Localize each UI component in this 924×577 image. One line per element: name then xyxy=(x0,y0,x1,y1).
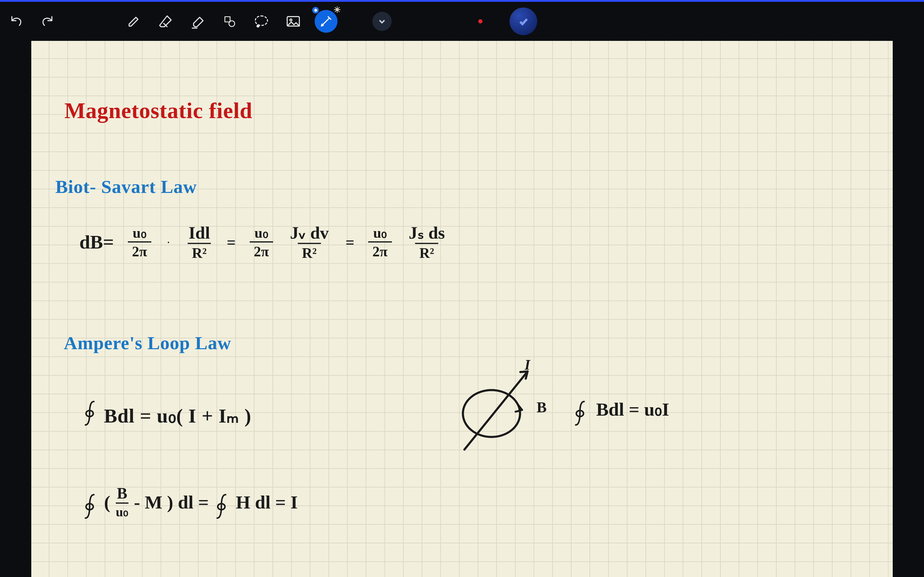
diagram-label-b: B xyxy=(536,398,547,416)
equation-ampere-2: ( B u₀ - M ) dl = H dl = I xyxy=(82,486,298,519)
svg-line-13 xyxy=(339,8,339,8)
diagram-label-i: I xyxy=(525,356,531,373)
eq-frac: Jₛ ds R² xyxy=(406,224,448,260)
frac-den: R² xyxy=(298,243,321,260)
insert-image-button[interactable] xyxy=(283,11,304,32)
eq-frac: u₀ 2π xyxy=(250,226,273,259)
canvas-viewport: Magnetostatic field Biot- Savart Law dB=… xyxy=(0,41,924,577)
lasso-icon xyxy=(253,13,270,29)
app-root: ✱ Magnetostatic field Biot- Savart Law d… xyxy=(0,0,924,577)
svg-line-11 xyxy=(339,11,339,12)
eraser-icon xyxy=(158,13,174,29)
svg-point-5 xyxy=(336,8,338,11)
eq-text: Bdl = u₀I xyxy=(596,398,669,420)
equation-ampere-1: Bdl = u₀( I + Iₘ ) xyxy=(82,395,252,427)
eq-frac: Idl R² xyxy=(186,224,213,260)
shape-icon xyxy=(223,15,236,28)
svg-rect-0 xyxy=(225,17,230,22)
lasso-tool-button[interactable] xyxy=(251,11,272,32)
toolbar: ✱ xyxy=(0,2,924,41)
svg-point-2 xyxy=(257,25,259,27)
eq-frac: Jᵥ dv R² xyxy=(287,224,332,260)
frac-den: R² xyxy=(188,243,211,260)
shape-tool-button[interactable] xyxy=(219,11,240,32)
eq-frac: B u₀ xyxy=(116,486,128,519)
equation-ampere-right: Bdl = u₀I xyxy=(573,395,669,422)
svg-point-17 xyxy=(463,390,520,437)
note-page[interactable]: Magnetostatic field Biot- Savart Law dB=… xyxy=(31,41,893,577)
record-indicator-icon xyxy=(478,19,483,23)
closed-integral-icon xyxy=(573,400,589,427)
svg-point-1 xyxy=(229,21,234,26)
more-tools-button[interactable] xyxy=(372,12,392,31)
redo-icon xyxy=(40,13,56,29)
eq-text: Bdl = u₀( I + Iₘ ) xyxy=(104,405,252,427)
frac-den: 2π xyxy=(250,241,273,259)
undo-button[interactable] xyxy=(5,11,26,32)
closed-integral-icon xyxy=(82,493,99,520)
image-icon xyxy=(285,13,301,29)
svg-line-10 xyxy=(335,8,336,8)
eq-dot: · xyxy=(165,235,172,250)
equation-biot-savart: dB= u₀ 2π · Idl R² = u₀ 2π Jᵥ dv R² xyxy=(79,224,448,260)
page-title: Magnetostatic field xyxy=(65,98,252,124)
laser-pointer-icon xyxy=(318,13,334,29)
frac-num: Idl xyxy=(186,224,213,243)
frac-den: 2π xyxy=(128,241,151,259)
frac-num: u₀ xyxy=(370,226,390,241)
eq-lhs: dB= xyxy=(79,231,114,253)
eq-text: ( xyxy=(104,492,110,513)
live-badge-icon xyxy=(334,6,341,13)
mode-toggle-button[interactable] xyxy=(509,8,537,35)
closed-integral-icon xyxy=(214,493,230,520)
frac-num: Jₛ ds xyxy=(406,224,448,243)
bluetooth-badge-icon: ✱ xyxy=(312,7,319,13)
highlighter-tool-button[interactable] xyxy=(187,11,208,32)
section-heading-1: Biot- Savart Law xyxy=(55,176,197,197)
section-heading-2: Ampere's Loop Law xyxy=(64,332,231,354)
closed-integral-icon xyxy=(82,400,99,427)
chevron-down-icon xyxy=(378,17,386,26)
eq-frac: u₀ 2π xyxy=(368,226,392,259)
frac-den: u₀ xyxy=(116,503,128,519)
svg-point-4 xyxy=(290,19,292,21)
check-icon xyxy=(518,16,529,27)
eq-equals: = xyxy=(227,234,236,251)
laser-pointer-button[interactable]: ✱ xyxy=(315,10,338,33)
frac-num: Jᵥ dv xyxy=(287,224,332,243)
eq-equals: = xyxy=(346,234,355,251)
frac-den: R² xyxy=(415,243,438,260)
frac-num: u₀ xyxy=(130,226,150,241)
eq-frac: u₀ 2π xyxy=(128,226,151,259)
eq-text: - M ) dl = xyxy=(134,492,209,513)
loop-diagram xyxy=(446,356,549,459)
pen-tool-button[interactable] xyxy=(123,11,144,32)
frac-num: B xyxy=(117,486,128,503)
undo-icon xyxy=(8,13,24,29)
highlighter-icon xyxy=(189,13,206,29)
frac-den: 2π xyxy=(368,241,392,259)
eq-text: H dl = I xyxy=(236,492,298,513)
pen-icon xyxy=(126,13,142,29)
eraser-tool-button[interactable] xyxy=(155,11,176,32)
svg-line-12 xyxy=(335,11,336,12)
frac-num: u₀ xyxy=(252,226,271,241)
redo-button[interactable] xyxy=(37,11,58,32)
